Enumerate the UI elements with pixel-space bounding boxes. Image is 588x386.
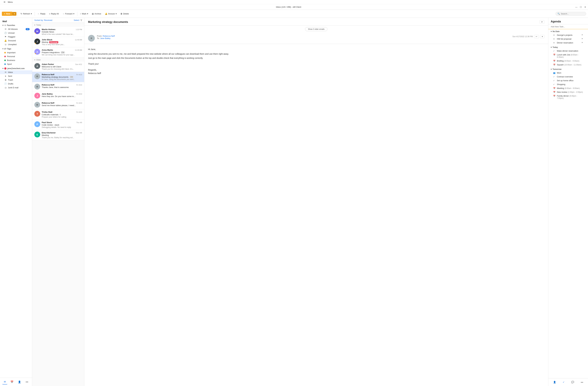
sender-trisha: Trisha Stall xyxy=(42,111,52,113)
time-rebecca3: Fri 4/10 xyxy=(76,102,82,104)
agenda-item-shopping: ✓ Shopping xyxy=(551,82,586,86)
filter-icon[interactable]: ▽ xyxy=(81,19,82,21)
envelope-icon: ✉ xyxy=(3,0,6,3)
sidebar-item-unreplied[interactable]: ◎ Unreplied xyxy=(0,43,32,46)
calendar-nav-button[interactable]: 📅 xyxy=(9,380,15,384)
today-group-label: ▾ Today xyxy=(32,23,84,27)
detail-more-button[interactable]: ▾ xyxy=(540,35,545,38)
detail-info: From: Rebecca Neff To: Jane Bailey xyxy=(97,35,510,40)
agenda-nav-people[interactable]: 👤 xyxy=(552,380,558,385)
more-nav-button[interactable]: ••• xyxy=(24,380,30,384)
email-item-rebecca2[interactable]: R Rebecca Neff Fri 4/10 Thanks Jane, tha… xyxy=(32,82,84,91)
sidebar-item-sent[interactable]: ➤ Sent xyxy=(0,74,32,78)
search-input[interactable] xyxy=(561,13,584,15)
close-button[interactable]: ✕ xyxy=(584,6,586,8)
new-button[interactable]: + New xyxy=(2,12,12,16)
agenda-new-task-area xyxy=(548,24,588,29)
refresh-button[interactable]: ↻ Refresh ▾ xyxy=(19,12,33,16)
new-task-input[interactable] xyxy=(551,25,586,28)
sidebar-item-personal[interactable]: Personal xyxy=(0,54,32,58)
mail-nav-button[interactable]: ✉ xyxy=(2,379,7,385)
archive-button[interactable]: ▥ Archive xyxy=(90,12,103,16)
email-item-trisha[interactable]: T Trisha Stall Fri 4/10 Coldcalls materi… xyxy=(32,109,84,120)
email-item-rebecca3[interactable]: R Rebecca Neff Fri 4/10 Send me these ta… xyxy=(32,100,84,109)
email-item-rebecca1[interactable]: R Rebecca Neff Fri 4/10 Marketing strate… xyxy=(32,72,84,82)
chevron-today: ▾ xyxy=(34,24,35,26)
flag-icon-hw: ⚑ xyxy=(581,38,583,40)
agenda-nav-check[interactable]: ✓ xyxy=(561,380,566,385)
sidebar-item-drafts[interactable]: 📄 Drafts xyxy=(0,82,32,86)
new-dropdown-button[interactable]: ▼ xyxy=(12,12,16,16)
sidebar-item-inbox[interactable]: ✉ Inbox xyxy=(0,70,32,74)
email-item-ema[interactable]: E Ema Kitchener Wed 4/8 Meeting Thank yo… xyxy=(32,130,84,140)
agenda-section-tomorrow: ▾ Tomorrow 👥 Mom ✓ Contract overview ✓ S… xyxy=(548,67,588,100)
maximize-button[interactable]: ☐ xyxy=(580,6,582,8)
tomorrow-header[interactable]: ▾ Tomorrow xyxy=(551,68,586,70)
avatar-adam: A xyxy=(34,63,40,69)
sidebar-item-flagged[interactable]: ⚑ Flagged xyxy=(0,35,32,39)
preview-anna: We can bring new moduls for your app... xyxy=(42,54,82,56)
detail-reply-button[interactable]: ↩ xyxy=(534,35,539,38)
tags-header[interactable]: ▾ 🏷 Tags xyxy=(0,47,32,51)
favorites-header[interactable]: ▾ ☆ Favorites xyxy=(0,23,32,27)
sender-paul: Paul Stock xyxy=(42,121,52,124)
email-greeting: Hi Jane, xyxy=(88,47,545,51)
sidebar-item-all-inboxes[interactable]: ✉ All Inboxes 45 xyxy=(0,27,32,31)
contacts-nav-button[interactable]: 👤 xyxy=(16,380,22,384)
agenda-item-squash: 📅 Squash (10:00am - 11:30am) xyxy=(551,63,586,67)
agenda-nav-chat[interactable]: 💬 xyxy=(570,380,576,385)
email-content-adam: Adam Parker Sun 4/12 Welcome to eM Clien… xyxy=(42,63,82,70)
sort-field[interactable]: Received xyxy=(44,19,52,21)
email-item-adam[interactable]: A Adam Parker Sun 4/12 Welcome to eM Cli… xyxy=(32,62,84,72)
subject-trisha: Coldcalls materials ⊕ xyxy=(42,113,82,116)
email-item-jane[interactable]: J Jane Bailey Fri 4/10 Here they are. Do… xyxy=(32,91,84,100)
sidebar-item-trash[interactable]: 🗑 Trash xyxy=(0,78,32,82)
email-content-ema: Ema Kitchener Wed 4/8 Meeting Thank you … xyxy=(42,132,82,139)
from-link[interactable]: Rebecca Neff xyxy=(103,35,115,37)
email-content-martin: Martin Holmes 1:22 PM Outside News What … xyxy=(42,28,82,35)
email-item-martin[interactable]: M Martin Holmes 1:22 PM Outside News Wha… xyxy=(32,27,84,37)
sender-adam: Adam Parker xyxy=(42,63,54,66)
email-item-paul[interactable]: P Paul Stock Thu 4/9 Code review - stack… xyxy=(32,120,84,130)
subject-rebecca2: Thanks Jane, that is awesome. xyxy=(42,86,82,89)
sidebar-item-important[interactable]: Important xyxy=(0,51,32,54)
sidebar-item-sport[interactable]: Sport xyxy=(0,62,32,66)
plus-icon: + xyxy=(4,13,5,15)
cal-icon-family: 📅 xyxy=(553,95,556,97)
sidebar-item-snoozed[interactable]: 🔔 Snoozed xyxy=(0,39,32,43)
menu-item-menu[interactable]: ✉ Menu xyxy=(2,0,15,3)
toolbar-separator-2 xyxy=(35,12,35,16)
sidebar-item-business[interactable]: Business xyxy=(0,58,32,62)
select-link[interactable]: Select xyxy=(74,19,79,21)
snooze-button[interactable]: 🔔 Snooze ▾ xyxy=(103,12,118,16)
print-button[interactable]: ⟳ xyxy=(540,20,545,24)
minimize-button[interactable]: — xyxy=(575,6,577,8)
check-icon-contract: ✓ xyxy=(553,76,556,78)
agenda-item-briefing: 📅 Briefing (9:00am - 9:30am) xyxy=(551,59,586,63)
mark-button[interactable]: ○ Mark ▾ xyxy=(79,12,90,16)
email-item-icon-2: ✉ xyxy=(553,38,556,40)
nodate-header[interactable]: ▾ No Date xyxy=(551,30,586,33)
to-link[interactable]: Jane Bailey xyxy=(100,37,110,40)
search-box: 🔍 xyxy=(555,12,586,16)
time-martin: 1:22 PM xyxy=(76,28,82,30)
mark-icon: ○ xyxy=(80,13,81,15)
reply-button[interactable]: ← Reply xyxy=(36,12,47,16)
reply-all-button[interactable]: « Reply All xyxy=(47,12,60,16)
delete-button[interactable]: 🗑 Delete xyxy=(119,12,130,16)
email-item-anna[interactable]: A Anna Marks 11:40 AM Prepare integratio… xyxy=(32,47,84,58)
email-item-john[interactable]: J John Black 11:40 AM Meetup Personal Th… xyxy=(32,37,84,47)
time-john: 11:40 AM xyxy=(75,39,82,41)
show-older-button[interactable]: Show 3 older emails xyxy=(305,27,327,31)
forward-button[interactable]: → Forward ▾ xyxy=(61,12,76,16)
flag-icon: ⚑ xyxy=(4,36,7,38)
sidebar-item-unread[interactable]: 🕐 Unread xyxy=(0,31,32,35)
sidebar-item-junk[interactable]: 🗂 Junk E-mail xyxy=(0,86,32,90)
toolbar-separator-1 xyxy=(18,12,18,16)
agenda-item-contract: ✓ Contract overview xyxy=(551,75,586,79)
agenda-nav-more[interactable]: ••• xyxy=(579,380,585,385)
account-header[interactable]: ▾ jane@emclient.com xyxy=(0,67,32,70)
inbox-icon-2: ✉ xyxy=(4,71,7,73)
email-content-rebecca1: Rebecca Neff Fri 4/10 Marketing strategy… xyxy=(42,73,82,80)
today-header[interactable]: ▾ Today xyxy=(551,46,586,48)
